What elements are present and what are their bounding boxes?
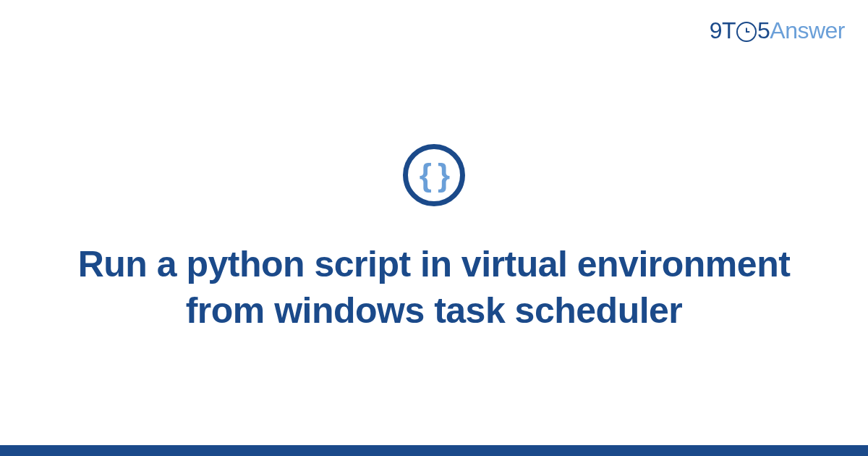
code-braces-icon: { } bbox=[403, 144, 465, 206]
braces-glyph: { } bbox=[420, 157, 448, 193]
bottom-accent-bar bbox=[0, 445, 868, 456]
page-title: Run a python script in virtual environme… bbox=[65, 241, 803, 334]
main-content: { } Run a python script in virtual envir… bbox=[0, 0, 868, 456]
